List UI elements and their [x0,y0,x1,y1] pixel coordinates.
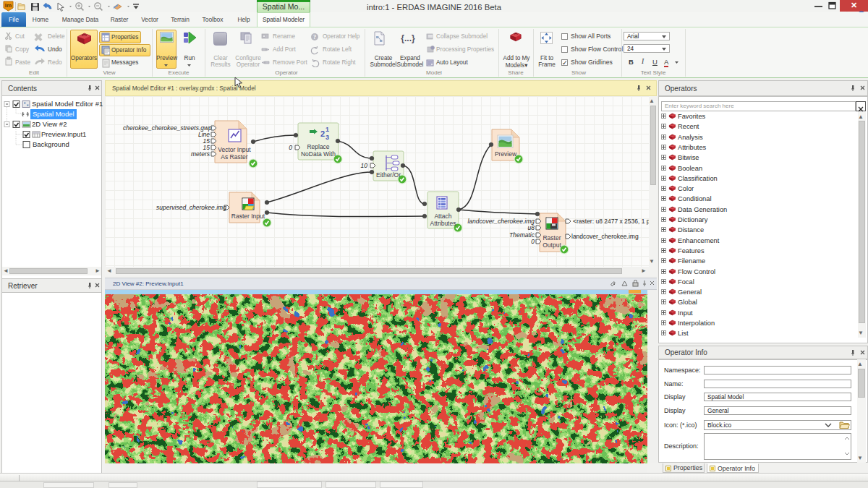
svg-text:2: 2 [320,129,325,138]
svg-text:?: ? [313,34,316,40]
svg-text:3: 3 [326,134,329,141]
svg-text:{...}: {...} [401,33,415,43]
svg-text:1: 1 [326,126,329,133]
svg-text:Im: Im [5,2,12,9]
